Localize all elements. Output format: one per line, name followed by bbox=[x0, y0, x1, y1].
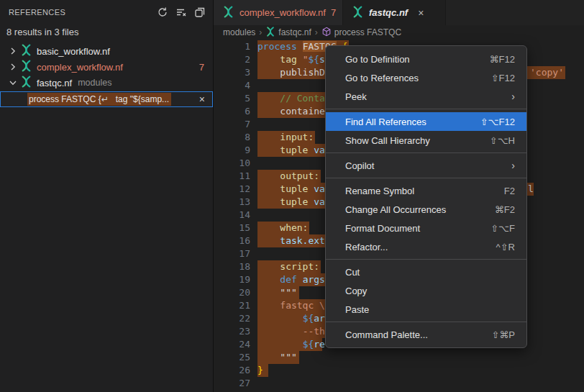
nextflow-file-icon bbox=[20, 76, 32, 90]
menu-item-label: Peek bbox=[345, 91, 511, 102]
tab-fastqc[interactable]: fastqc.nf × bbox=[343, 0, 446, 25]
line-number: 12 bbox=[214, 183, 250, 196]
code-text: fastqc \ bbox=[257, 299, 325, 312]
editor-tab-bar: complex_workflow.nf 7 fastqc.nf × bbox=[214, 0, 584, 25]
line-number: 27 bbox=[214, 377, 250, 390]
menu-item-label: Go to Definition bbox=[345, 54, 490, 65]
breadcrumb-item-file[interactable]: fastqc.nf bbox=[278, 27, 311, 37]
submenu-chevron-icon: › bbox=[511, 91, 515, 102]
menu-item-shortcut: ⇧⌘P bbox=[491, 329, 515, 340]
line-number: 19 bbox=[214, 273, 250, 286]
line-number: 11 bbox=[214, 170, 250, 183]
menu-item-label: Go to References bbox=[345, 73, 491, 83]
code-text: when: bbox=[257, 222, 308, 234]
result-count-badge: 7 bbox=[199, 62, 204, 73]
menu-item-shortcut: ⇧⌥F12 bbox=[480, 117, 515, 127]
tab-problem-badge: 7 bbox=[331, 7, 336, 18]
menu-divider bbox=[326, 259, 526, 260]
code-text: output: bbox=[257, 170, 319, 183]
menu-item-rename-symbol[interactable]: Rename SymbolF2 bbox=[326, 181, 526, 200]
code-line: 27 bbox=[214, 377, 584, 390]
breadcrumb-item-symbol[interactable]: process FASTQC bbox=[334, 27, 401, 37]
references-panel-title: REFERENCES bbox=[9, 8, 157, 17]
menu-item-refactor[interactable]: Refactor...^⇧R bbox=[326, 237, 526, 256]
tab-label: complex_workflow.nf bbox=[239, 7, 326, 18]
close-tab-icon[interactable]: × bbox=[418, 7, 424, 19]
code-line: 25 """ bbox=[214, 351, 584, 364]
menu-item-peek[interactable]: Peek› bbox=[326, 87, 526, 106]
menu-item-cut[interactable]: Cut bbox=[326, 263, 526, 281]
file-result-fastqc-nf[interactable]: fastqc.nfmodules bbox=[0, 75, 213, 91]
menu-item-change-all-occurrences[interactable]: Change All Occurrences⌘F2 bbox=[326, 200, 526, 219]
menu-item-format-document[interactable]: Format Document⇧⌥F bbox=[326, 219, 526, 237]
line-number: 4 bbox=[214, 79, 250, 92]
line-number: 23 bbox=[214, 325, 250, 338]
menu-item-shortcut: ⇧⌥H bbox=[490, 135, 515, 146]
breadcrumb-separator: › bbox=[315, 27, 318, 37]
code-text: def args bbox=[257, 273, 325, 286]
results-summary: 8 results in 3 files bbox=[0, 24, 213, 43]
tab-complex-workflow[interactable]: complex_workflow.nf 7 bbox=[214, 0, 343, 25]
line-number: 16 bbox=[214, 234, 250, 247]
menu-item-go-to-references[interactable]: Go to References⇧F12 bbox=[326, 68, 526, 87]
menu-item-copy[interactable]: Copy bbox=[326, 281, 526, 300]
menu-item-label: Rename Symbol bbox=[345, 186, 504, 196]
menu-item-find-all-references[interactable]: Find All References⇧⌥F12 bbox=[326, 112, 526, 131]
line-number: 2 bbox=[214, 53, 250, 66]
menu-item-label: Cut bbox=[345, 267, 515, 278]
nextflow-file-icon bbox=[265, 27, 275, 39]
chevron-right-icon[interactable] bbox=[7, 61, 20, 73]
file-name-label: complex_workflow.nf bbox=[37, 62, 123, 73]
menu-item-go-to-definition[interactable]: Go to Definition⌘F12 bbox=[326, 50, 526, 68]
line-number: 18 bbox=[214, 260, 250, 273]
submenu-chevron-icon: › bbox=[511, 160, 515, 171]
file-result-basic-workflow-nf[interactable]: basic_workflow.nf bbox=[0, 43, 213, 59]
menu-item-show-call-hierarchy[interactable]: Show Call Hierarchy⇧⌥H bbox=[326, 131, 526, 150]
results-tree: basic_workflow.nfcomplex_workflow.nf7fas… bbox=[0, 43, 213, 91]
reference-result-item[interactable]: process FASTQC {↵ tag "${samp... × bbox=[0, 91, 213, 107]
menu-item-paste[interactable]: Paste bbox=[326, 300, 526, 319]
menu-divider bbox=[326, 322, 526, 322]
line-number: 6 bbox=[214, 105, 250, 118]
references-panel-header: REFERENCES bbox=[0, 0, 213, 24]
refresh-icon[interactable] bbox=[157, 6, 168, 18]
menu-item-copilot[interactable]: Copilot› bbox=[326, 156, 526, 175]
symbol-cube-icon bbox=[321, 27, 332, 39]
chevron-right-icon[interactable] bbox=[7, 45, 20, 57]
menu-item-shortcut: ^⇧R bbox=[496, 242, 515, 252]
clear-results-icon[interactable] bbox=[175, 6, 187, 18]
breadcrumb-separator: › bbox=[259, 27, 262, 37]
dismiss-result-icon[interactable]: × bbox=[199, 94, 205, 104]
menu-item-shortcut: ⇧⌥F bbox=[491, 223, 515, 234]
menu-divider bbox=[326, 152, 526, 153]
editor-context-menu: Go to Definition⌘F12Go to References⇧F12… bbox=[325, 45, 527, 348]
file-result-complex-workflow-nf[interactable]: complex_workflow.nf7 bbox=[0, 59, 213, 75]
line-number: 21 bbox=[214, 299, 250, 312]
vscode-window: REFERENCES 8 results in 3 files basic_wo… bbox=[0, 0, 584, 392]
breadcrumb: modules › fastqc.nf › process FASTQC bbox=[214, 25, 584, 40]
line-number: 7 bbox=[214, 118, 250, 131]
code-text: ${re bbox=[257, 338, 325, 351]
line-number: 14 bbox=[214, 209, 250, 222]
code-text: input: bbox=[257, 131, 314, 144]
menu-item-label: Paste bbox=[345, 304, 515, 315]
line-number: 3 bbox=[214, 66, 250, 79]
menu-item-label: Copilot bbox=[345, 160, 511, 171]
menu-item-command-palette[interactable]: Command Palette...⇧⌘P bbox=[326, 325, 526, 344]
code-text: tag "${s bbox=[257, 53, 325, 66]
code-text-fragment: l bbox=[528, 183, 534, 196]
code-text: task.ext bbox=[257, 234, 325, 247]
line-number: 1 bbox=[214, 40, 250, 53]
code-text: """ bbox=[257, 351, 297, 364]
nextflow-file-icon bbox=[222, 6, 234, 20]
line-number: 5 bbox=[214, 92, 250, 105]
chevron-down-icon[interactable] bbox=[7, 77, 20, 88]
code-text: publishD'copy' bbox=[257, 66, 325, 79]
line-number: 8 bbox=[214, 131, 250, 144]
line-number: 26 bbox=[214, 364, 250, 377]
return-symbol: ↵ bbox=[101, 94, 109, 104]
collapse-all-icon[interactable] bbox=[194, 6, 206, 18]
line-number: 22 bbox=[214, 312, 250, 325]
code-text: --th bbox=[257, 325, 325, 338]
breadcrumb-item-modules[interactable]: modules bbox=[223, 27, 255, 37]
